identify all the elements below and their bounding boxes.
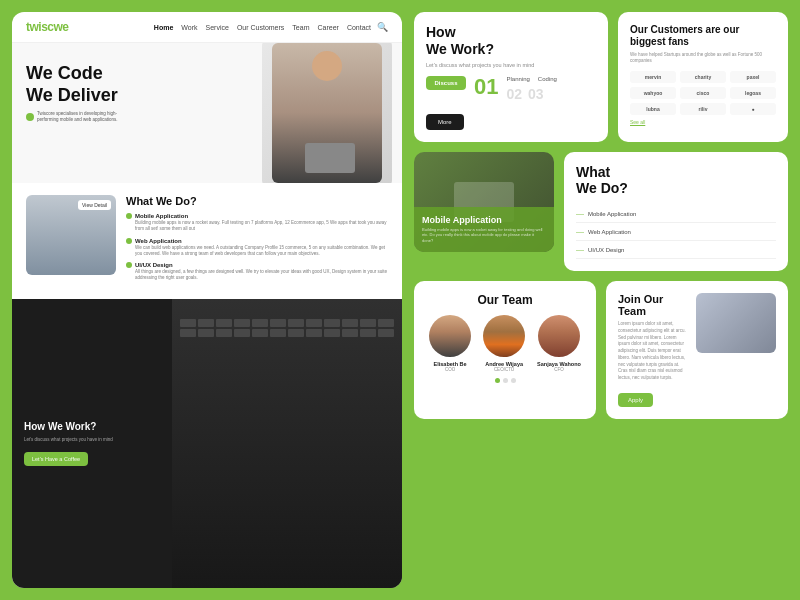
hero-subtitle: Twiscore specialises in developing high-… [37,111,137,124]
coding-label: Coding [538,76,557,82]
what-do-title: What We Do? [576,164,776,198]
how-work-subtitle: Let's discuss what projects you have in … [24,437,160,443]
logos-grid: mervin charity paxel wahyoo cisco legoas… [630,71,776,115]
see-all-link[interactable]: See all [630,119,776,125]
key [324,329,340,337]
team-dots [426,378,584,383]
what-item-web: Web Application We can build web applica… [126,238,388,258]
mobile-app-card-desc: Building mobile apps is now a rocket awa… [422,227,546,244]
step-discuss: Discuss [426,76,466,90]
what-we-do-section: What We Do? Mobile Application Building … [12,183,402,299]
key [180,329,196,337]
right-top: HowWe Work? Let's discuss what projects … [414,12,788,142]
hero-section: We Code We Deliver Twiscore specialises … [12,43,402,183]
team-title: Our Team [426,293,584,307]
nav-work[interactable]: Work [181,24,197,31]
logo-other: ● [730,103,776,115]
logo-text1: twisc [26,20,54,34]
step-03: 03 [528,86,544,102]
key [252,319,268,327]
coffee-button[interactable]: Let's Have a Coffee [24,452,88,466]
key [270,329,286,337]
hero-image [262,43,392,183]
team-member-0: Elisabeth Be COO [429,315,471,372]
nav-home[interactable]: Home [154,24,173,31]
left-panel: twiscwe Home Work Service Our Customers … [12,12,402,588]
hero-laptop [305,143,355,173]
nav-customers[interactable]: Our Customers [237,24,284,31]
mobile-app-overlay: Mobile Application Building mobile apps … [414,207,554,252]
key [288,329,304,337]
hand-visual [26,195,116,275]
left-bottom: How We Work? Let's discuss what projects… [12,299,402,588]
what-do-item-uiux: UI/UX Design [576,241,776,259]
customers-title: Our Customers are our biggest fans [630,24,776,48]
step-labels: Planning Coding [506,76,556,82]
steps-visual: Discuss 01 Planning Coding 02 03 [426,76,596,102]
key [342,319,358,327]
join-content: Join Our Team Lorem ipsum dolor sit amet… [618,293,686,407]
logo-charity: charity [680,71,726,83]
logo-mervin: mervin [630,71,676,83]
logo-cisco: cisco [680,87,726,99]
logo: twiscwe [26,20,69,34]
key [342,329,358,337]
search-icon[interactable]: 🔍 [377,22,388,32]
how-work-card-sub: Let's discuss what projects you have in … [426,62,596,68]
key [252,329,268,337]
hero-text: We Code We Deliver Twiscore specialises … [26,63,137,124]
what-line2: We Do? [576,180,628,196]
what-title: What We Do? [126,195,388,207]
customers-card: Our Customers are our biggest fans We ha… [618,12,788,142]
team-card: Our Team Elisabeth Be COO Andree Wijaya … [414,281,596,419]
how-work-card: HowWe Work? Let's discuss what projects … [414,12,608,142]
nav-service[interactable]: Service [206,24,229,31]
key [378,329,394,337]
apply-button[interactable]: Apply [618,393,653,407]
what-do-item-web: Web Application [576,223,776,241]
navigation: twiscwe Home Work Service Our Customers … [12,12,402,43]
join-desc: Lorem ipsum dolor sit amet, consectetur … [618,321,686,382]
key [324,319,340,327]
right-bottom: Our Team Elisabeth Be COO Andree Wijaya … [414,281,788,419]
what-content: What We Do? Mobile Application Building … [126,195,388,287]
mobile-app-card-title: Mobile Application [422,215,546,225]
what-do-item-mobile: Mobile Application [576,205,776,223]
step-02: 02 [506,86,522,102]
web-app-desc: We can build web applications we need. A… [135,245,388,258]
step-nums: 02 03 [506,86,556,102]
nav-links: Home Work Service Our Customers Team Car… [154,24,371,31]
logo-lubna: lubna [630,103,676,115]
what-item-mobile: Mobile Application Building mobile apps … [126,213,388,233]
key [180,319,196,327]
nav-team[interactable]: Team [292,24,309,31]
planning-label: Planning [506,76,529,82]
avatar-male1 [483,315,525,357]
dot-active [495,378,500,383]
key [270,319,286,327]
member-role-1: CEO/CTO [483,367,525,372]
hero-title: We Code We Deliver [26,63,137,106]
hero-badge: Twiscore specialises in developing high-… [26,111,137,124]
more-button[interactable]: More [426,114,464,130]
right-middle: Mobile Application Building mobile apps … [414,152,788,272]
nav-contact[interactable]: Contact [347,24,371,31]
key [216,329,232,337]
avatar-female [429,315,471,357]
join-people-visual [696,293,776,353]
dot-2 [511,378,516,383]
join-title: Join Our Team [618,293,686,317]
how-work-card-title: HowWe Work? [426,24,596,58]
uiux-desc: All things are designed, a few things ar… [135,269,388,282]
key [198,329,214,337]
nav-career[interactable]: Career [317,24,338,31]
logo-paxel: paxel [730,71,776,83]
key [288,319,304,327]
hero-person [272,43,382,183]
logo-legoas: legoas [730,87,776,99]
what-line1: What [576,164,610,180]
what-image [26,195,116,275]
what-item-uiux: UI/UX Design All things are designed, a … [126,262,388,282]
logo-text2: we [54,20,69,34]
right-panel: HowWe Work? Let's discuss what projects … [414,12,788,588]
